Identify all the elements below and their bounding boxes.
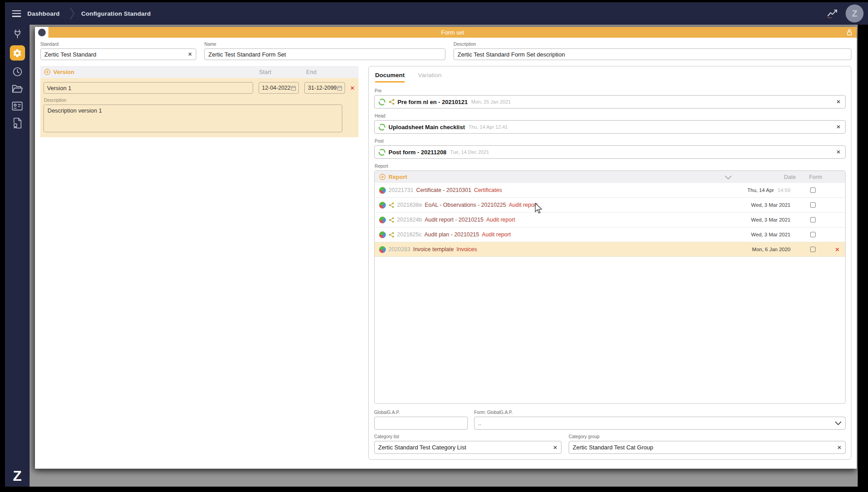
version-row: Version 1 12-04-2022 31-12-2099 xyxy=(40,78,358,137)
share-icon xyxy=(389,99,395,105)
description-input[interactable]: Zertic Test Standard Form Set descriptio… xyxy=(453,48,851,60)
panel-header: Form set xyxy=(35,27,857,38)
category-list-label: Category list xyxy=(374,434,561,439)
form-checkbox[interactable] xyxy=(810,187,816,193)
report-pie-icon xyxy=(379,202,386,209)
status-dot xyxy=(38,29,46,36)
share-icon xyxy=(389,232,394,238)
form-checkbox[interactable] xyxy=(810,202,816,208)
version-end-input[interactable]: 31-12-2099 xyxy=(304,82,345,94)
form-checkbox[interactable] xyxy=(810,217,816,222)
main-area: Form set Standard Zertic Test Standard xyxy=(30,25,858,487)
chevron-down-icon[interactable] xyxy=(725,175,732,179)
report-form-column-header: Form xyxy=(802,174,829,180)
report-pie-icon xyxy=(379,217,386,223)
clear-standard-icon[interactable] xyxy=(188,52,192,57)
mouse-cursor xyxy=(535,203,543,215)
insights-icon[interactable] xyxy=(826,8,838,19)
report-category-link[interactable]: Audit report xyxy=(509,202,538,208)
report-row[interactable]: 2021624b Audit report - 20210215 Audit r… xyxy=(375,213,845,227)
pre-document-field[interactable]: Pre form nl en - 20210121 Mon, 25 Jan 20… xyxy=(374,95,846,109)
document-sync-icon xyxy=(378,123,386,131)
top-bar: Dashboard Configuration Standard Z xyxy=(5,2,868,25)
version-start-input[interactable]: 12-04-2022 xyxy=(259,82,299,94)
head-document-field[interactable]: Uploadsheet Main checklist Thu, 14 Apr 1… xyxy=(374,120,846,134)
delete-report-icon[interactable] xyxy=(835,247,840,253)
screen: Dashboard Configuration Standard Z xyxy=(0,0,868,492)
tab-bar: Document Variation xyxy=(375,72,846,83)
tab-variation[interactable]: Variation xyxy=(418,72,441,83)
category-list-input[interactable]: Zertic Standard Test Category List xyxy=(374,441,561,454)
version-end-header: End xyxy=(306,69,316,75)
report-category-link[interactable]: Certificates xyxy=(474,187,502,193)
sidebar-item-files[interactable] xyxy=(10,83,25,95)
report-row-selected[interactable]: 2020283 Invoice template Invoices Mon, 6… xyxy=(375,242,845,257)
form-checkbox[interactable] xyxy=(810,232,816,237)
report-category-link[interactable]: Invoices xyxy=(457,246,477,253)
plug-icon xyxy=(12,29,23,39)
clear-pre-icon[interactable] xyxy=(836,99,841,104)
form-checkbox[interactable] xyxy=(810,247,816,252)
sidebar-item-certificates[interactable] xyxy=(10,117,25,129)
globalgap-input[interactable] xyxy=(374,417,468,430)
sidebar-item-settings[interactable] xyxy=(10,45,25,61)
document-sync-icon xyxy=(378,98,386,106)
breadcrumb-current: Configuration Standard xyxy=(81,10,151,17)
add-version-button[interactable]: Version xyxy=(44,69,74,75)
unlock-icon[interactable] xyxy=(846,29,852,36)
clear-category-group-icon[interactable] xyxy=(837,445,842,450)
calendar-icon[interactable] xyxy=(337,85,342,91)
report-row[interactable]: 2021625c Audit plan - 20210215 Audit rep… xyxy=(375,227,845,242)
form-globalgap-select[interactable]: .. xyxy=(474,417,846,430)
sidebar-item-history[interactable] xyxy=(10,66,25,78)
version-description-label: Description xyxy=(44,98,355,103)
report-pie-icon xyxy=(379,231,386,238)
form-globalgap-label: Form: GlobalG.A.P. xyxy=(474,410,846,415)
chevron-down-icon xyxy=(835,421,842,425)
report-table-header: Report Date Form xyxy=(375,171,845,183)
name-label: Name xyxy=(204,42,445,47)
calendar-icon[interactable] xyxy=(291,85,296,91)
form-header-fields: Standard Zertic Test Standard Name Zerti… xyxy=(40,42,851,60)
version-start-header: Start xyxy=(259,69,271,75)
open-folder-icon xyxy=(12,84,23,94)
standard-input[interactable]: Zertic Test Standard xyxy=(40,48,196,60)
report-date-column-header: Date xyxy=(720,174,802,180)
post-document-field[interactable]: Post form - 20211208 Tue, 14 Dec 2021 xyxy=(374,145,846,159)
plus-circle-icon xyxy=(44,69,51,75)
share-icon xyxy=(389,202,394,208)
description-label: Description xyxy=(453,42,851,47)
report-pie-icon xyxy=(379,246,386,253)
sidebar-item-contacts[interactable] xyxy=(10,100,25,112)
breadcrumb-dashboard[interactable]: Dashboard xyxy=(27,10,60,17)
plus-circle-icon xyxy=(379,174,386,180)
category-group-label: Category group xyxy=(569,434,846,439)
version-description-input[interactable]: Description version 1 xyxy=(43,104,342,132)
document-sync-icon xyxy=(378,148,386,156)
menu-icon[interactable] xyxy=(12,10,21,17)
report-category-link[interactable]: Audit report xyxy=(486,217,515,223)
report-pie-icon xyxy=(379,187,386,194)
add-report-button[interactable]: Report xyxy=(379,174,407,180)
version-section: Version Start End Version 1 1 xyxy=(40,66,358,137)
tab-document[interactable]: Document xyxy=(375,72,405,83)
report-row[interactable]: 2021638e EoAL - Observations - 20210225 … xyxy=(375,198,845,213)
report-category-link[interactable]: Audit report xyxy=(482,231,511,238)
certificate-document-icon xyxy=(12,118,22,129)
app-logo[interactable]: Z xyxy=(5,465,30,487)
clear-post-icon[interactable] xyxy=(836,149,841,155)
report-row[interactable]: 20221731 Certificate - 20210301 Certific… xyxy=(375,183,845,198)
avatar[interactable]: Z xyxy=(846,4,864,22)
delete-version-icon[interactable] xyxy=(350,85,355,91)
sidebar: Z xyxy=(5,25,30,487)
head-label: Head xyxy=(375,113,846,118)
clear-head-icon[interactable] xyxy=(836,124,841,130)
name-input[interactable]: Zertic Test Standard Form Set xyxy=(204,48,445,60)
sidebar-item-connections[interactable] xyxy=(10,28,25,40)
id-card-icon xyxy=(12,101,23,111)
version-name-input[interactable]: Version 1 xyxy=(43,82,253,94)
category-group-input[interactable]: Zertic Standard Test Cat Group xyxy=(569,441,846,454)
clock-icon xyxy=(12,66,23,77)
clear-category-list-icon[interactable] xyxy=(553,445,557,450)
report-label: Report xyxy=(375,164,846,169)
